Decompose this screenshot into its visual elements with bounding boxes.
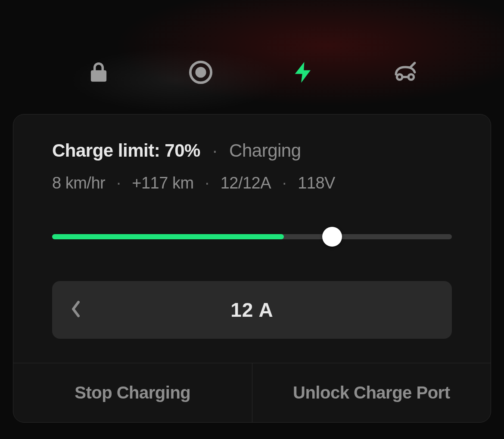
record-icon [188, 60, 213, 87]
amp-decrease-button[interactable] [52, 281, 100, 339]
slider-fill [52, 234, 284, 239]
unlock-charge-port-button[interactable]: Unlock Charge Port [252, 363, 491, 422]
charge-rate: 8 km/hr [52, 174, 105, 192]
slider-track [52, 234, 452, 239]
charging-card-body: Charge limit: 70% · Charging 8 km/hr · +… [13, 114, 491, 363]
charge-limit-label: Charge limit: 70% [52, 140, 200, 161]
bolt-icon [291, 60, 316, 87]
slider-thumb[interactable] [322, 227, 342, 247]
svg-point-1 [196, 67, 206, 77]
charging-actions: Stop Charging Unlock Charge Port [13, 363, 491, 422]
tab-charge[interactable] [288, 58, 318, 88]
charge-stats-row: 8 km/hr · +117 km · 12/12A · 118V [52, 174, 452, 192]
chevron-left-icon [70, 300, 81, 319]
vehicle-hero [0, 0, 504, 114]
charge-voltage: 118V [298, 174, 335, 192]
tab-sentry[interactable] [186, 58, 216, 88]
charge-limit-slider[interactable] [52, 227, 452, 247]
separator-dot: · [282, 174, 286, 192]
lock-icon [86, 60, 111, 87]
charge-title-row: Charge limit: 70% · Charging [52, 140, 452, 161]
amp-value: 12 A [52, 298, 452, 322]
charge-added: +117 km [132, 174, 193, 192]
frunk-icon [393, 60, 418, 87]
charging-card: Charge limit: 70% · Charging 8 km/hr · +… [13, 114, 491, 423]
separator-dot: · [116, 174, 121, 192]
tab-frunk[interactable] [390, 58, 420, 88]
stop-charging-button[interactable]: Stop Charging [13, 363, 252, 422]
quick-action-tabbar [0, 58, 504, 88]
separator-dot: · [212, 140, 217, 161]
amp-stepper: 12 A [52, 281, 452, 339]
separator-dot: · [205, 174, 209, 192]
tab-lock[interactable] [84, 58, 114, 88]
charge-status: Charging [229, 140, 301, 161]
charge-amps: 12/12A [221, 174, 271, 192]
